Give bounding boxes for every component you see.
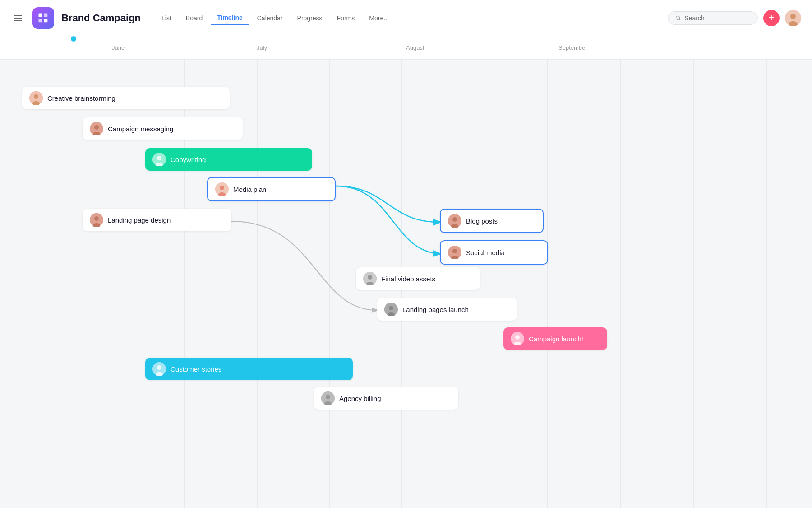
- search-bar[interactable]: [668, 11, 758, 25]
- svg-point-36: [515, 335, 520, 340]
- month-september: September: [558, 44, 587, 51]
- svg-point-12: [94, 125, 99, 130]
- timeline-canvas: Creative brainstorming Campaign messagin…: [0, 60, 812, 508]
- task-label-campaign-launch: Campaign launch!: [529, 335, 583, 343]
- svg-point-6: [790, 14, 796, 19]
- task-label-blog-posts: Blog posts: [466, 217, 498, 225]
- task-label-copywriting: Copywriting: [171, 156, 206, 163]
- svg-point-18: [220, 186, 224, 190]
- tab-forms[interactable]: Forms: [331, 12, 361, 24]
- task-campaign-messaging[interactable]: Campaign messaging: [83, 117, 243, 140]
- month-july: July: [257, 44, 267, 51]
- task-label-landing-page-design: Landing page design: [108, 216, 171, 224]
- task-label-final-video-assets: Final video assets: [381, 275, 435, 283]
- add-button[interactable]: +: [763, 10, 780, 26]
- tab-progress[interactable]: Progress: [291, 12, 329, 24]
- svg-rect-2: [44, 13, 47, 17]
- task-label-creative-brainstorming: Creative brainstorming: [47, 94, 115, 102]
- svg-point-9: [34, 94, 38, 99]
- task-agency-billing[interactable]: Agency billing: [314, 387, 458, 410]
- svg-point-42: [326, 395, 330, 399]
- svg-point-33: [389, 306, 393, 310]
- user-avatar[interactable]: [785, 10, 801, 26]
- task-label-agency-billing: Agency billing: [339, 395, 381, 402]
- search-input[interactable]: [684, 14, 750, 22]
- svg-rect-1: [39, 19, 42, 22]
- task-social-media[interactable]: Social media: [440, 240, 548, 265]
- svg-point-30: [368, 275, 372, 280]
- month-august: August: [406, 44, 424, 51]
- svg-rect-3: [44, 19, 47, 22]
- nav-tabs: List Board Timeline Calendar Progress Fo…: [155, 11, 395, 25]
- svg-point-27: [452, 249, 457, 253]
- tab-board[interactable]: Board: [180, 12, 209, 24]
- task-media-plan[interactable]: Media plan: [207, 177, 336, 201]
- task-landing-page-design[interactable]: Landing page design: [83, 209, 231, 231]
- task-campaign-launch[interactable]: Campaign launch!: [503, 327, 607, 350]
- task-label-media-plan: Media plan: [233, 186, 266, 193]
- task-final-video-assets[interactable]: Final video assets: [356, 267, 480, 290]
- tab-more[interactable]: More...: [363, 12, 395, 24]
- timeline-indicator-dot: [71, 36, 76, 42]
- svg-point-24: [452, 217, 457, 222]
- tab-list[interactable]: List: [155, 12, 178, 24]
- timeline-container: June July August September: [0, 36, 812, 508]
- task-label-landing-pages-launch: Landing pages launch: [402, 306, 469, 313]
- hamburger-menu[interactable]: [11, 11, 25, 25]
- app-icon: [32, 7, 54, 29]
- header: Brand Campaign List Board Timeline Calen…: [0, 0, 812, 36]
- task-landing-pages-launch[interactable]: Landing pages launch: [377, 298, 517, 321]
- month-june: June: [112, 44, 125, 51]
- header-right: +: [668, 10, 801, 26]
- task-label-social-media: Social media: [466, 249, 505, 256]
- month-header: June July August September: [0, 36, 812, 60]
- task-blog-posts[interactable]: Blog posts: [440, 209, 544, 233]
- svg-point-21: [94, 216, 99, 221]
- search-icon: [675, 15, 681, 21]
- tab-calendar[interactable]: Calendar: [251, 12, 289, 24]
- project-title: Brand Campaign: [61, 12, 141, 24]
- task-label-campaign-messaging: Campaign messaging: [108, 125, 173, 133]
- svg-rect-0: [39, 13, 42, 17]
- task-copywriting[interactable]: Copywriting: [145, 148, 312, 171]
- task-label-customer-stories: Customer stories: [171, 365, 221, 373]
- svg-point-39: [157, 365, 161, 370]
- tab-timeline[interactable]: Timeline: [211, 11, 249, 25]
- svg-point-15: [157, 156, 161, 160]
- task-creative-brainstorming[interactable]: Creative brainstorming: [22, 87, 230, 109]
- task-customer-stories[interactable]: Customer stories: [145, 358, 353, 380]
